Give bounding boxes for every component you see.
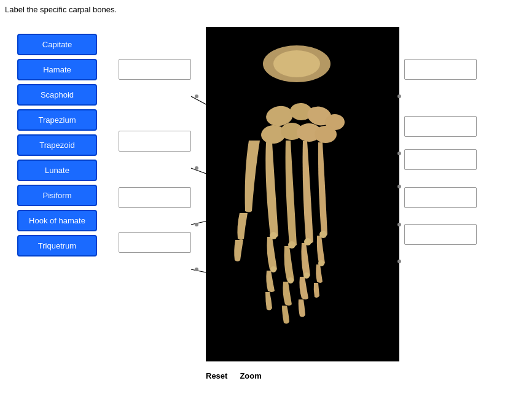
- svg-point-33: [195, 94, 198, 98]
- label-box-right-1[interactable]: [404, 59, 477, 80]
- btn-hook-of-hamate[interactable]: Hook of hamate: [17, 210, 97, 231]
- btn-lunate[interactable]: Lunate: [17, 160, 97, 181]
- btn-trapezium[interactable]: Trapezium: [17, 109, 97, 131]
- label-box-left-4[interactable]: [119, 232, 191, 253]
- btn-hamate[interactable]: Hamate: [17, 59, 97, 80]
- label-box-right-3[interactable]: [404, 149, 477, 170]
- btn-scaphoid[interactable]: Scaphoid: [17, 84, 97, 106]
- svg-point-34: [195, 166, 198, 170]
- label-box-right-2[interactable]: [404, 116, 477, 137]
- label-box-right-5[interactable]: [404, 224, 477, 245]
- label-box-left-3[interactable]: [119, 187, 191, 208]
- hand-image: [206, 27, 399, 361]
- svg-point-14: [319, 231, 327, 238]
- svg-point-13: [304, 238, 311, 245]
- svg-point-15: [270, 266, 276, 272]
- svg-point-12: [288, 241, 295, 249]
- btn-pisiform[interactable]: Pisiform: [17, 185, 97, 206]
- label-box-left-2[interactable]: [119, 131, 191, 152]
- svg-point-16: [288, 277, 294, 284]
- btn-trapezoid[interactable]: Trapezoid: [17, 134, 97, 156]
- svg-point-18: [318, 260, 324, 266]
- svg-point-10: [315, 126, 337, 143]
- instruction-text: Label the specific carpal bones.: [5, 5, 117, 14]
- zoom-button[interactable]: Zoom: [240, 371, 261, 380]
- bottom-controls: Reset Zoom: [206, 371, 262, 380]
- svg-point-2: [273, 50, 320, 77]
- svg-point-35: [195, 223, 198, 226]
- bone-button-panel: Capitate Hamate Scaphoid Trapezium Trape…: [17, 34, 97, 256]
- label-box-left-1[interactable]: [119, 59, 191, 80]
- btn-triquetrum[interactable]: Triquetrum: [17, 235, 97, 256]
- label-box-right-4[interactable]: [404, 187, 477, 208]
- svg-point-36: [195, 268, 198, 271]
- btn-capitate[interactable]: Capitate: [17, 34, 97, 55]
- reset-button[interactable]: Reset: [206, 371, 227, 380]
- svg-point-11: [270, 232, 277, 239]
- svg-point-17: [303, 272, 310, 279]
